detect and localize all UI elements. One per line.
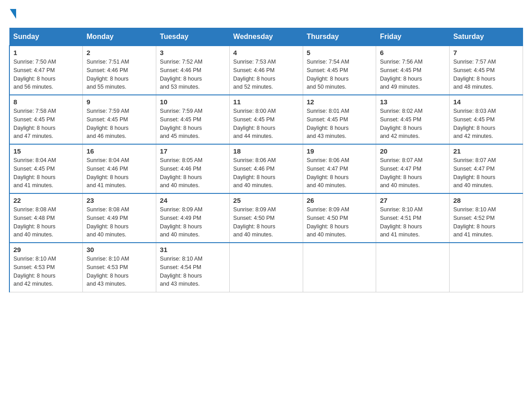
- calendar-cell: [376, 243, 450, 292]
- calendar-cell: 9Sunrise: 7:59 AMSunset: 4:45 PMDaylight…: [83, 95, 156, 144]
- day-info: Sunrise: 7:58 AMSunset: 4:45 PMDaylight:…: [13, 107, 79, 141]
- calendar-header-saturday: Saturday: [450, 28, 523, 46]
- day-number: 20: [380, 147, 446, 155]
- day-info: Sunrise: 8:04 AMSunset: 4:45 PMDaylight:…: [13, 156, 79, 190]
- day-info: Sunrise: 8:00 AMSunset: 4:45 PMDaylight:…: [233, 107, 299, 141]
- calendar-cell: 29Sunrise: 8:10 AMSunset: 4:53 PMDayligh…: [9, 243, 83, 292]
- day-number: 26: [307, 197, 373, 204]
- calendar-cell: 21Sunrise: 8:07 AMSunset: 4:47 PMDayligh…: [450, 144, 523, 193]
- calendar-table: SundayMondayTuesdayWednesdayThursdayFrid…: [9, 28, 523, 292]
- day-number: 3: [160, 49, 226, 56]
- calendar-cell: 7Sunrise: 7:57 AMSunset: 4:45 PMDaylight…: [450, 46, 523, 95]
- day-number: 21: [453, 147, 519, 155]
- calendar-cell: 24Sunrise: 8:09 AMSunset: 4:49 PMDayligh…: [156, 193, 230, 243]
- day-number: 6: [380, 49, 446, 56]
- calendar-cell: 28Sunrise: 8:10 AMSunset: 4:52 PMDayligh…: [450, 193, 523, 243]
- day-info: Sunrise: 7:51 AMSunset: 4:46 PMDaylight:…: [86, 58, 152, 91]
- day-number: 25: [233, 197, 299, 204]
- day-number: 7: [453, 49, 519, 56]
- calendar-cell: 14Sunrise: 8:03 AMSunset: 4:45 PMDayligh…: [450, 95, 523, 144]
- calendar-cell: 26Sunrise: 8:09 AMSunset: 4:50 PMDayligh…: [303, 193, 376, 243]
- day-number: 5: [307, 49, 373, 56]
- calendar-header-friday: Friday: [376, 28, 450, 46]
- calendar-cell: 31Sunrise: 8:10 AMSunset: 4:54 PMDayligh…: [156, 243, 230, 292]
- day-info: Sunrise: 8:10 AMSunset: 4:51 PMDaylight:…: [380, 206, 446, 239]
- day-number: 10: [160, 98, 226, 106]
- calendar-cell: 18Sunrise: 8:06 AMSunset: 4:46 PMDayligh…: [229, 144, 303, 193]
- day-info: Sunrise: 7:57 AMSunset: 4:45 PMDaylight:…: [453, 58, 519, 91]
- day-number: 31: [160, 246, 226, 253]
- calendar-cell: 1Sunrise: 7:50 AMSunset: 4:47 PMDaylight…: [9, 46, 83, 95]
- day-info: Sunrise: 8:10 AMSunset: 4:53 PMDaylight:…: [13, 255, 79, 288]
- calendar-cell: 30Sunrise: 8:10 AMSunset: 4:53 PMDayligh…: [83, 243, 156, 292]
- calendar-cell: 16Sunrise: 8:04 AMSunset: 4:46 PMDayligh…: [83, 144, 156, 193]
- day-info: Sunrise: 8:06 AMSunset: 4:47 PMDaylight:…: [307, 156, 373, 190]
- day-info: Sunrise: 7:56 AMSunset: 4:45 PMDaylight:…: [380, 58, 446, 91]
- day-number: 18: [233, 147, 299, 155]
- day-info: Sunrise: 8:09 AMSunset: 4:50 PMDaylight:…: [233, 206, 299, 239]
- day-info: Sunrise: 8:02 AMSunset: 4:45 PMDaylight:…: [380, 107, 446, 141]
- day-number: 9: [86, 98, 152, 106]
- calendar-cell: 17Sunrise: 8:05 AMSunset: 4:46 PMDayligh…: [156, 144, 230, 193]
- calendar-cell: 3Sunrise: 7:52 AMSunset: 4:46 PMDaylight…: [156, 46, 230, 95]
- day-info: Sunrise: 8:09 AMSunset: 4:50 PMDaylight:…: [307, 206, 373, 239]
- day-number: 1: [13, 49, 79, 56]
- day-info: Sunrise: 8:10 AMSunset: 4:53 PMDaylight:…: [86, 255, 152, 288]
- calendar-cell: 15Sunrise: 8:04 AMSunset: 4:45 PMDayligh…: [9, 144, 83, 193]
- calendar-cell: 11Sunrise: 8:00 AMSunset: 4:45 PMDayligh…: [229, 95, 303, 144]
- calendar-cell: 25Sunrise: 8:09 AMSunset: 4:50 PMDayligh…: [229, 193, 303, 243]
- calendar-cell: [303, 243, 376, 292]
- day-info: Sunrise: 7:54 AMSunset: 4:45 PMDaylight:…: [307, 58, 373, 91]
- day-number: 23: [86, 197, 152, 204]
- logo: [9, 9, 17, 19]
- day-info: Sunrise: 7:53 AMSunset: 4:46 PMDaylight:…: [233, 58, 299, 91]
- day-info: Sunrise: 8:10 AMSunset: 4:52 PMDaylight:…: [453, 206, 519, 239]
- calendar-cell: 6Sunrise: 7:56 AMSunset: 4:45 PMDaylight…: [376, 46, 450, 95]
- logo-triangle-icon: [10, 9, 16, 19]
- day-number: 11: [233, 98, 299, 106]
- day-number: 4: [233, 49, 299, 56]
- week-row-1: 1Sunrise: 7:50 AMSunset: 4:47 PMDaylight…: [9, 46, 523, 95]
- day-number: 14: [453, 98, 519, 106]
- calendar-header-monday: Monday: [83, 28, 156, 46]
- calendar-cell: 2Sunrise: 7:51 AMSunset: 4:46 PMDaylight…: [83, 46, 156, 95]
- calendar-header-wednesday: Wednesday: [229, 28, 303, 46]
- week-row-2: 8Sunrise: 7:58 AMSunset: 4:45 PMDaylight…: [9, 95, 523, 144]
- day-info: Sunrise: 8:07 AMSunset: 4:47 PMDaylight:…: [453, 156, 519, 190]
- day-info: Sunrise: 8:07 AMSunset: 4:47 PMDaylight:…: [380, 156, 446, 190]
- calendar-cell: 12Sunrise: 8:01 AMSunset: 4:45 PMDayligh…: [303, 95, 376, 144]
- day-info: Sunrise: 7:52 AMSunset: 4:46 PMDaylight:…: [160, 58, 226, 91]
- week-row-3: 15Sunrise: 8:04 AMSunset: 4:45 PMDayligh…: [9, 144, 523, 193]
- page-header: [9, 9, 523, 19]
- day-info: Sunrise: 8:05 AMSunset: 4:46 PMDaylight:…: [160, 156, 226, 190]
- day-info: Sunrise: 8:08 AMSunset: 4:48 PMDaylight:…: [13, 206, 79, 239]
- day-number: 22: [13, 197, 79, 204]
- day-info: Sunrise: 7:59 AMSunset: 4:45 PMDaylight:…: [86, 107, 152, 141]
- day-info: Sunrise: 8:10 AMSunset: 4:54 PMDaylight:…: [160, 255, 226, 288]
- calendar-cell: 4Sunrise: 7:53 AMSunset: 4:46 PMDaylight…: [229, 46, 303, 95]
- calendar-cell: 19Sunrise: 8:06 AMSunset: 4:47 PMDayligh…: [303, 144, 376, 193]
- calendar-header-sunday: Sunday: [9, 28, 83, 46]
- calendar-cell: 27Sunrise: 8:10 AMSunset: 4:51 PMDayligh…: [376, 193, 450, 243]
- day-number: 2: [86, 49, 152, 56]
- day-number: 29: [13, 246, 79, 253]
- day-number: 24: [160, 197, 226, 204]
- day-info: Sunrise: 8:06 AMSunset: 4:46 PMDaylight:…: [233, 156, 299, 190]
- calendar-cell: 5Sunrise: 7:54 AMSunset: 4:45 PMDaylight…: [303, 46, 376, 95]
- day-number: 27: [380, 197, 446, 204]
- day-number: 30: [86, 246, 152, 253]
- calendar-cell: 22Sunrise: 8:08 AMSunset: 4:48 PMDayligh…: [9, 193, 83, 243]
- calendar-cell: 10Sunrise: 7:59 AMSunset: 4:45 PMDayligh…: [156, 95, 230, 144]
- day-number: 19: [307, 147, 373, 155]
- day-number: 12: [307, 98, 373, 106]
- week-row-5: 29Sunrise: 8:10 AMSunset: 4:53 PMDayligh…: [9, 243, 523, 292]
- week-row-4: 22Sunrise: 8:08 AMSunset: 4:48 PMDayligh…: [9, 193, 523, 243]
- day-number: 13: [380, 98, 446, 106]
- calendar-cell: 20Sunrise: 8:07 AMSunset: 4:47 PMDayligh…: [376, 144, 450, 193]
- day-number: 17: [160, 147, 226, 155]
- calendar-cell: 23Sunrise: 8:08 AMSunset: 4:49 PMDayligh…: [83, 193, 156, 243]
- day-number: 15: [13, 147, 79, 155]
- calendar-header-thursday: Thursday: [303, 28, 376, 46]
- calendar-cell: [450, 243, 523, 292]
- day-number: 16: [86, 147, 152, 155]
